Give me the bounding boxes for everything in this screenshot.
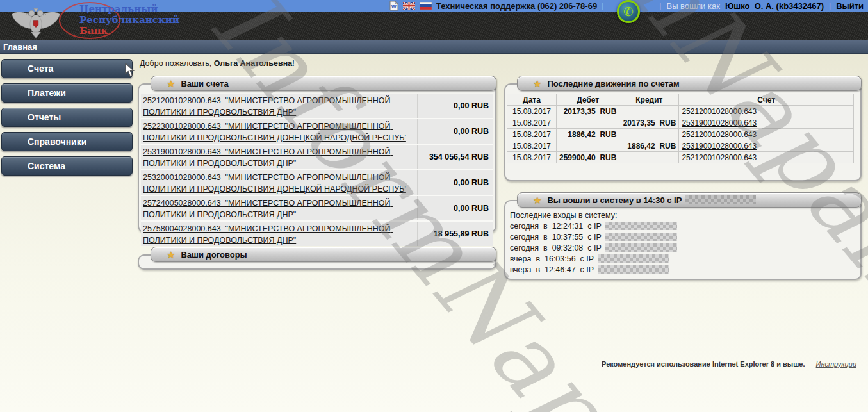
account-row: 25724005028000.643 "МИНИСТЕРСТВО АГРОПРО… xyxy=(141,196,493,222)
redacted-ip-block xyxy=(598,265,669,274)
account-link[interactable]: 25223001028000.643 "МИНИСТЕРСТВО АГРОПРО… xyxy=(143,122,406,142)
accounts-panel-header: ★ Ваши счета xyxy=(151,76,496,91)
movements-panel-header: ★ Последние движения по счетам xyxy=(517,76,862,91)
redacted-ip-block xyxy=(605,243,677,252)
instructions-link[interactable]: Инструкции xyxy=(816,360,856,368)
sidebar-item-system[interactable]: Система xyxy=(1,156,133,176)
redacted-ip-block xyxy=(598,254,669,263)
movement-row: 15.08.201720173,35 RUB25319001028000.643 xyxy=(507,117,854,129)
session-history-subtitle: Последние входы в систему: xyxy=(510,210,856,220)
account-balance: 18 955,89 RUB xyxy=(418,222,493,246)
movement-credit xyxy=(619,129,679,140)
movement-row: 15.08.20171886,42 RUB25212001028000.643 xyxy=(507,129,854,140)
account-link[interactable]: 25320001028000.643 "МИНИСТЕРСТВО АГРОПРО… xyxy=(143,173,406,194)
movement-debit: 259900,40 RUB xyxy=(557,152,619,163)
ru-flag-icon[interactable] xyxy=(420,2,432,10)
welcome-user-name: Ольга Анатольевна xyxy=(214,59,292,68)
uk-flag-icon[interactable] xyxy=(403,2,415,10)
movement-account-cell: 25212001028000.643 xyxy=(679,129,854,140)
document-icon[interactable]: W xyxy=(389,1,398,11)
movement-credit xyxy=(619,152,679,163)
login-history-entry: сегодня в 12:24:31 с IP xyxy=(510,220,856,231)
account-row: 25223001028000.643 "МИНИСТЕРСТВО АГРОПРО… xyxy=(141,119,493,145)
login-entry-text: сегодня в 12:24:31 с IP xyxy=(510,222,602,231)
logo-line-2: Республиканский xyxy=(79,15,179,26)
movement-credit: 1886,42 RUB xyxy=(619,140,679,152)
sidebar-item-directories[interactable]: Справочники xyxy=(1,132,133,151)
nav-home-link[interactable]: Главная xyxy=(3,42,37,52)
separator: | xyxy=(659,1,661,10)
accounts-panel-title: Ваши счета xyxy=(181,79,228,88)
topbar-right-group: | Вы вошли как Юшко О. А. (kb3432467) | … xyxy=(659,0,864,12)
logout-button[interactable]: Выйти xyxy=(836,1,864,11)
contracts-panel: ★ Ваши договоры xyxy=(138,247,496,270)
movement-row: 15.08.2017259900,40 RUB25212001028000.64… xyxy=(507,152,854,163)
movement-account-link[interactable]: 25212001028000.643 xyxy=(682,107,757,116)
logo-line-3: Банк xyxy=(79,26,179,37)
account-row: 25319001028000.643 "МИНИСТЕРСТВО АГРОПРО… xyxy=(141,145,493,170)
login-history-entry: вчера в 16:03:56 с IP xyxy=(510,253,856,264)
account-balance: 0,00 RUB xyxy=(418,196,493,220)
movement-account-link[interactable]: 25319001028000.643 xyxy=(682,142,757,151)
account-row: 25758004028000.643 "МИНИСТЕРСТВО АГРОПРО… xyxy=(141,222,493,246)
bank-eagle-emblem-icon xyxy=(4,6,68,41)
movement-date: 15.08.2017 xyxy=(507,140,557,152)
movements-panel: ★ Последние движения по счетам Дата Дебе… xyxy=(504,76,862,181)
account-balance: 0,00 RUB xyxy=(418,119,493,144)
separator: | xyxy=(602,1,603,10)
sidebar-item-reports[interactable]: Отчеты xyxy=(1,108,133,127)
movement-account-link[interactable]: 25212001028000.643 xyxy=(682,130,757,139)
welcome-suffix: ! xyxy=(292,59,294,68)
nav-bar: Главная xyxy=(0,40,868,54)
account-row: 25212001028000.643 "МИНИСТЕРСТВО АГРОПРО… xyxy=(141,94,493,119)
contracts-panel-title: Ваши договоры xyxy=(181,250,247,260)
login-entry-text: сегодня в 10:37:55 с IP xyxy=(510,233,602,242)
session-panel: ★ Вы вошли в систему в 14:30 с IP Послед… xyxy=(504,192,862,280)
account-balance: 0,00 RUB xyxy=(418,170,493,195)
account-cell: 25320001028000.643 "МИНИСТЕРСТВО АГРОПРО… xyxy=(141,170,418,195)
col-credit: Кредит xyxy=(619,94,679,106)
movement-account-cell: 25319001028000.643 xyxy=(679,140,854,152)
movement-account-cell: 25212001028000.643 xyxy=(679,106,854,117)
movement-row: 15.08.20171886,42 RUB25319001028000.643 xyxy=(507,140,854,152)
movement-account-link[interactable]: 25319001028000.643 xyxy=(682,119,757,128)
support-phone-label: Техническая поддержка (062) 206-78-69 xyxy=(436,1,597,11)
svg-text:W: W xyxy=(391,4,397,10)
session-panel-title: Вы вошли в систему в 14:30 с IP xyxy=(547,195,682,205)
phone-call-icon[interactable]: ✆ xyxy=(617,0,640,23)
movements-table: Дата Дебет Кредит Счет 15.08.201720173,3… xyxy=(507,94,854,163)
star-icon: ★ xyxy=(167,79,175,88)
accounts-table: 25212001028000.643 "МИНИСТЕРСТВО АГРОПРО… xyxy=(141,94,493,229)
movements-table-body: 15.08.201720173,35 RUB25212001028000.643… xyxy=(507,106,854,163)
account-balance: 354 056,54 RUB xyxy=(418,145,493,169)
movement-account-cell: 25212001028000.643 xyxy=(679,152,854,163)
sidebar-item-payments[interactable]: Платежи xyxy=(1,83,133,103)
session-history: Последние входы в систему: сегодня в 12:… xyxy=(510,210,856,275)
star-icon: ★ xyxy=(167,250,175,260)
movements-panel-title: Последние движения по счетам xyxy=(547,79,679,88)
topbar-left-group: W Техническая поддержка (062) 206-78-69 … xyxy=(389,0,603,12)
redacted-ip-block xyxy=(685,195,756,204)
movement-debit xyxy=(557,117,619,129)
account-link[interactable]: 25724005028000.643 "МИНИСТЕРСТВО АГРОПРО… xyxy=(143,199,393,219)
account-link[interactable]: 25758004028000.643 "МИНИСТЕРСТВО АГРОПРО… xyxy=(143,224,393,245)
welcome-prefix: Добро пожаловать, xyxy=(140,59,214,68)
account-link[interactable]: 25319001028000.643 "МИНИСТЕРСТВО АГРОПРО… xyxy=(143,147,393,168)
account-cell: 25758004028000.643 "МИНИСТЕРСТВО АГРОПРО… xyxy=(141,222,418,246)
accounts-panel: ★ Ваши счета 25212001028000.643 "МИНИСТЕ… xyxy=(138,76,496,233)
star-icon: ★ xyxy=(533,79,541,88)
movement-account-link[interactable]: 25212001028000.643 xyxy=(682,153,757,162)
account-balance: 0,00 RUB xyxy=(418,94,493,118)
movement-date: 15.08.2017 xyxy=(507,152,557,163)
login-history-entry: сегодня в 09:32:08 с IP xyxy=(510,242,856,253)
movement-date: 15.08.2017 xyxy=(507,129,557,140)
browser-recommendation: Рекомендуется использование Internet Exp… xyxy=(602,360,856,368)
movements-header-row: Дата Дебет Кредит Счет xyxy=(507,94,854,106)
account-link[interactable]: 25212001028000.643 "МИНИСТЕРСТВО АГРОПРО… xyxy=(143,96,393,117)
sidebar-item-accounts[interactable]: Счета xyxy=(1,59,133,78)
account-cell: 25223001028000.643 "МИНИСТЕРСТВО АГРОПРО… xyxy=(141,119,418,144)
account-cell: 25724005028000.643 "МИНИСТЕРСТВО АГРОПРО… xyxy=(141,196,418,220)
movement-date: 15.08.2017 xyxy=(507,106,557,117)
bank-logo: Центральный Республиканский Банк xyxy=(79,4,179,37)
movement-account-cell: 25319001028000.643 xyxy=(679,117,854,129)
